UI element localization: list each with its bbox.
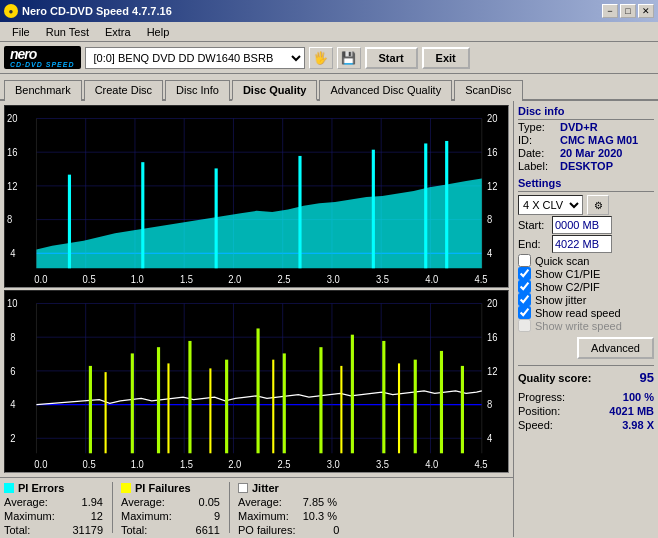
settings-section: Settings 4 X CLV ⚙ Start: End: Quick sca… [518, 177, 654, 359]
svg-rect-70 [351, 335, 354, 454]
svg-rect-80 [398, 363, 400, 453]
disc-info-section: Disc info Type: DVD+R ID: CMC MAG M01 Da… [518, 105, 654, 173]
pif-max-label: Maximum: [121, 510, 176, 522]
show-c1-pie-checkbox[interactable] [518, 267, 531, 280]
tab-bar: Benchmark Create Disc Disc Info Disc Qua… [0, 74, 658, 101]
svg-text:20: 20 [7, 112, 18, 124]
tab-advanced-disc-quality[interactable]: Advanced Disc Quality [319, 80, 452, 101]
exit-button[interactable]: Exit [422, 47, 470, 69]
svg-text:20: 20 [487, 297, 498, 309]
tab-disc-info[interactable]: Disc Info [165, 80, 230, 101]
jitter-max-label: Maximum: [238, 510, 293, 522]
right-panel: Disc info Type: DVD+R ID: CMC MAG M01 Da… [513, 101, 658, 537]
po-failures-label: PO failures: [238, 524, 295, 536]
svg-rect-20 [215, 168, 218, 268]
svg-rect-19 [141, 162, 144, 268]
drive-selector[interactable]: [0:0] BENQ DVD DD DW1640 BSRB [85, 47, 305, 69]
menu-file[interactable]: File [4, 24, 38, 40]
show-jitter-checkbox[interactable] [518, 293, 531, 306]
svg-text:1.0: 1.0 [131, 459, 144, 471]
svg-rect-75 [105, 372, 107, 453]
svg-rect-66 [225, 360, 228, 454]
svg-text:0.5: 0.5 [83, 459, 96, 471]
svg-text:4.5: 4.5 [474, 459, 487, 471]
svg-text:3.5: 3.5 [376, 459, 389, 471]
window-controls: − □ ✕ [602, 4, 654, 18]
svg-rect-24 [445, 141, 448, 268]
settings-icon-button[interactable]: ⚙ [587, 195, 609, 215]
drive-icon-button[interactable]: 🖐 [309, 47, 333, 69]
pi-failures-stats: PI Failures Average: 0.05 Maximum: 9 Tot… [121, 482, 221, 533]
position-label: Position: [518, 405, 560, 417]
pi-failures-color [121, 483, 131, 493]
tab-scan-disc[interactable]: ScanDisc [454, 80, 522, 101]
svg-text:12: 12 [487, 180, 498, 192]
svg-rect-62 [89, 366, 92, 453]
svg-rect-21 [298, 156, 301, 268]
quality-label: Quality score: [518, 372, 591, 384]
pi-failures-label: PI Failures [135, 482, 191, 494]
menubar: File Run Test Extra Help [0, 22, 658, 42]
svg-rect-73 [440, 351, 443, 453]
settings-title: Settings [518, 177, 654, 192]
svg-text:1.5: 1.5 [180, 274, 193, 286]
charts-area: 20 16 12 8 4 20 16 12 8 4 0.0 0.5 1.0 1.… [0, 101, 513, 477]
svg-text:8: 8 [7, 214, 12, 226]
jitter-color [238, 483, 248, 493]
svg-text:1.5: 1.5 [180, 459, 193, 471]
svg-rect-64 [157, 347, 160, 453]
show-read-speed-checkbox[interactable] [518, 306, 531, 319]
svg-text:8: 8 [487, 214, 492, 226]
svg-rect-68 [283, 353, 286, 453]
svg-text:4.0: 4.0 [425, 274, 438, 286]
jitter-label: Jitter [252, 482, 279, 494]
svg-text:12: 12 [7, 180, 18, 192]
svg-text:2.0: 2.0 [228, 274, 241, 286]
show-write-speed-checkbox[interactable] [518, 319, 531, 332]
minimize-button[interactable]: − [602, 4, 618, 18]
advanced-button[interactable]: Advanced [577, 337, 654, 359]
tab-disc-quality[interactable]: Disc Quality [232, 80, 318, 101]
menu-extra[interactable]: Extra [97, 24, 139, 40]
svg-text:4.5: 4.5 [474, 274, 487, 286]
date-label: Date: [518, 147, 556, 159]
svg-text:2.5: 2.5 [277, 274, 290, 286]
position-value: 4021 MB [609, 405, 654, 417]
disc-label-label: Label: [518, 160, 556, 172]
save-button[interactable]: 💾 [337, 47, 361, 69]
id-label: ID: [518, 134, 556, 146]
type-label: Type: [518, 121, 556, 133]
tab-create-disc[interactable]: Create Disc [84, 80, 163, 101]
disc-info-title: Disc info [518, 105, 654, 120]
quality-value: 95 [640, 370, 654, 385]
quick-scan-label: Quick scan [535, 255, 589, 267]
pi-errors-chart: 20 16 12 8 4 20 16 12 8 4 0.0 0.5 1.0 1.… [4, 105, 509, 288]
pif-avg-label: Average: [121, 496, 176, 508]
start-button[interactable]: Start [365, 47, 418, 69]
start-input[interactable] [552, 216, 612, 234]
quick-scan-checkbox[interactable] [518, 254, 531, 267]
pi-max-value: 12 [63, 510, 103, 522]
progress-value: 100 % [623, 391, 654, 403]
show-c2-pif-checkbox[interactable] [518, 280, 531, 293]
svg-text:4: 4 [487, 247, 492, 259]
svg-text:12: 12 [487, 365, 498, 377]
menu-help[interactable]: Help [139, 24, 178, 40]
tab-benchmark[interactable]: Benchmark [4, 80, 82, 101]
end-input[interactable] [552, 235, 612, 253]
svg-rect-69 [319, 347, 322, 453]
speed-selector[interactable]: 4 X CLV [518, 195, 583, 215]
pif-total-value: 6611 [180, 524, 220, 536]
menu-run-test[interactable]: Run Test [38, 24, 97, 40]
pif-max-value: 9 [180, 510, 220, 522]
pi-total-value: 31179 [63, 524, 103, 536]
toolbar: nero CD·DVD SPEED [0:0] BENQ DVD DD DW16… [0, 42, 658, 74]
jitter-avg-label: Average: [238, 496, 293, 508]
maximize-button[interactable]: □ [620, 4, 636, 18]
svg-text:6: 6 [10, 365, 15, 377]
main-content: 20 16 12 8 4 20 16 12 8 4 0.0 0.5 1.0 1.… [0, 101, 658, 537]
close-button[interactable]: ✕ [638, 4, 654, 18]
show-write-speed-label: Show write speed [535, 320, 622, 332]
id-value: CMC MAG M01 [560, 134, 638, 146]
svg-text:2.5: 2.5 [277, 459, 290, 471]
